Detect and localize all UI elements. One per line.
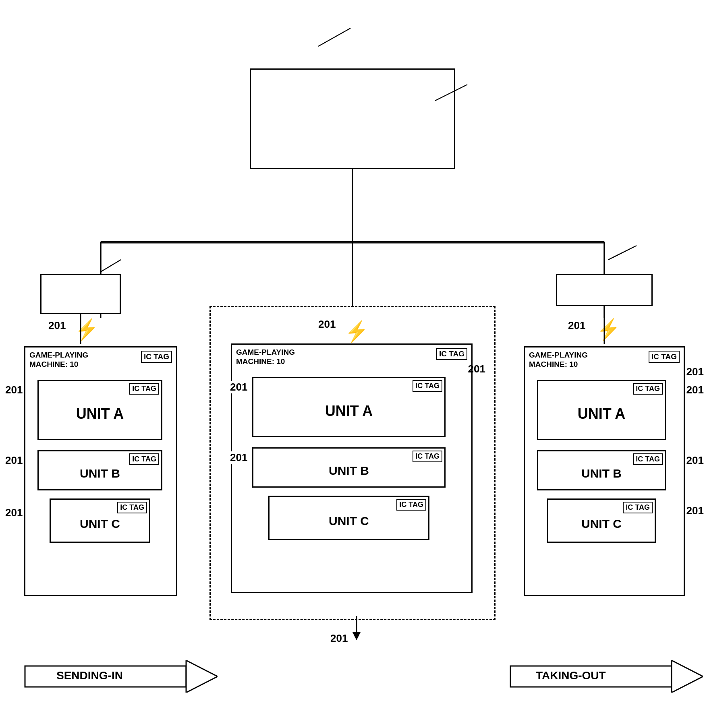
- lightning-left: ⚡: [74, 317, 100, 341]
- unit-a-left-label: UNIT A: [76, 405, 124, 422]
- unit-b-left-label: UNIT B: [80, 467, 120, 480]
- unit-b-right-box: IC TAG UNIT B: [537, 450, 666, 490]
- taking-out-arrow-shape: TAKING-OUT: [510, 660, 703, 693]
- game-machine-left: GAME-PLAYING MACHINE: 10 IC TAG IC TAG U…: [24, 346, 177, 596]
- unit-b-left-box: IC TAG UNIT B: [37, 450, 162, 490]
- svg-text:SENDING-IN: SENDING-IN: [56, 669, 123, 682]
- game-machine-right-label: GAME-PLAYING MACHINE: 10: [529, 351, 588, 369]
- game-machine-right: GAME-PLAYING MACHINE: 10 IC TAG 201 IC T…: [524, 346, 685, 596]
- reader-writer-right-box: [556, 274, 653, 306]
- ref-40A-arrow: [596, 238, 645, 266]
- ref-201-unit-a-left: 201: [5, 384, 23, 396]
- ic-tag-center-top: IC TAG: [436, 348, 467, 360]
- svg-line-8: [435, 85, 467, 101]
- unit-b-center-label: UNIT B: [329, 464, 369, 478]
- unit-a-right-box: IC TAG UNIT A: [537, 380, 666, 440]
- unit-a-center-box: IC TAG UNIT A: [252, 377, 446, 437]
- unit-b-center-box: IC TAG UNIT B: [252, 447, 446, 488]
- taking-out-arrow-container: TAKING-OUT: [510, 660, 703, 693]
- unit-c-right-label: UNIT C: [581, 517, 622, 531]
- svg-line-7: [318, 28, 350, 46]
- unit-c-center-box: IC TAG UNIT C: [268, 496, 429, 540]
- game-machine-left-label: GAME-PLAYING MACHINE: 10: [29, 351, 88, 369]
- ref-201-right-unit-c: 201: [686, 505, 704, 517]
- ref-201-right-unit-a: 201: [686, 384, 704, 396]
- svg-line-9: [101, 260, 121, 272]
- ref-201-left-lightning: 201: [48, 319, 66, 332]
- center-bottom-arrow: [352, 616, 361, 640]
- unit-c-center-label: UNIT C: [329, 514, 369, 528]
- lightning-right: ⚡: [595, 317, 622, 341]
- unit-a-right-label: UNIT A: [578, 405, 626, 422]
- ic-tag-unit-c-center: IC TAG: [396, 499, 426, 511]
- manufacturer-box: GAME-PLAYING MACHINE: 10 IC TAG 201 IC T…: [209, 306, 496, 620]
- ref-201-right-top: 201: [686, 366, 704, 378]
- unit-b-right-label: UNIT B: [581, 467, 622, 480]
- ic-tag-unit-c-left: IC TAG: [117, 502, 147, 513]
- ic-tag-left-top: IC TAG: [141, 351, 172, 363]
- game-machine-center-label: GAME-PLAYING MACHINE: 10: [236, 348, 295, 366]
- unit-a-center-label: UNIT A: [325, 403, 373, 420]
- ref-201-center-unit-a: 201: [230, 381, 247, 393]
- ic-tag-right-top: IC TAG: [649, 351, 680, 363]
- ic-tag-unit-a-right: IC TAG: [633, 383, 663, 395]
- ic-tag-unit-a-center: IC TAG: [413, 380, 442, 392]
- unit-a-left-box: IC TAG UNIT A: [37, 380, 162, 440]
- ref-201-unit-b-left: 201: [5, 454, 23, 467]
- sending-in-arrow-shape: SENDING-IN: [24, 660, 218, 693]
- ref-201-center-inside: 201: [468, 363, 485, 375]
- ic-tag-unit-b-center: IC TAG: [413, 451, 442, 462]
- ref-201-unit-c-left: 201: [5, 507, 23, 519]
- ic-tag-unit-b-right: IC TAG: [633, 453, 663, 465]
- ref-201-right-unit-b: 201: [686, 454, 704, 467]
- ref-201-right-lightning: 201: [568, 319, 585, 332]
- ref-50-arrow: [423, 79, 475, 107]
- ref-201-center-unit-b: 201: [230, 451, 247, 464]
- ic-tag-unit-c-right: IC TAG: [623, 502, 653, 513]
- ic-tag-unit-b-left: IC TAG: [129, 453, 159, 465]
- ref-200-arrow: [282, 22, 363, 54]
- ic-tag-unit-a-left: IC TAG: [129, 383, 159, 395]
- unit-c-left-label: UNIT C: [80, 517, 120, 531]
- reader-writer-left-box: [40, 274, 121, 314]
- diagram-container: ⚡ ⚡ 201 ⚡ 201 201 GAME-PLAYING MACHINE: …: [0, 0, 705, 728]
- sending-in-arrow-container: SENDING-IN: [24, 660, 218, 693]
- svg-text:TAKING-OUT: TAKING-OUT: [536, 669, 606, 682]
- game-machine-center: GAME-PLAYING MACHINE: 10 IC TAG 201 IC T…: [231, 343, 473, 593]
- svg-marker-12: [352, 632, 361, 640]
- ref-201-center-bottom: 201: [330, 632, 348, 645]
- unit-c-left-box: IC TAG UNIT C: [50, 498, 150, 543]
- svg-line-10: [608, 246, 637, 260]
- unit-c-right-box: IC TAG UNIT C: [547, 498, 656, 543]
